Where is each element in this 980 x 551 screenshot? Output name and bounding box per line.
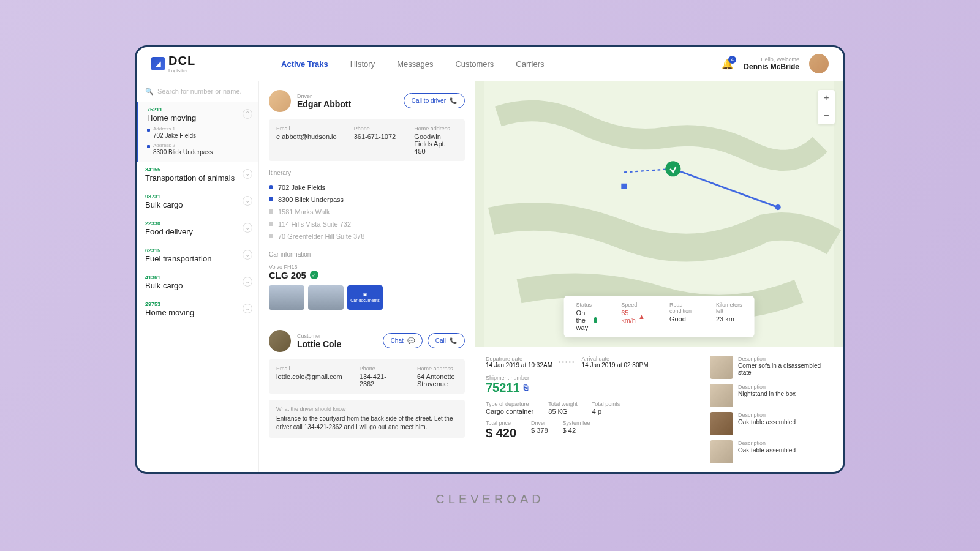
driver-info: Emaile.abbott@hudson.io Phone361-671-107… (269, 119, 465, 161)
header: ◢ DCL Logistics Active Traks History Mes… (137, 47, 843, 81)
document-icon: ▣ (363, 292, 368, 297)
expand-icon[interactable]: ⌄ (243, 223, 252, 233)
item-image (710, 440, 733, 463)
list-item: DescriptionNightstand in the box (710, 384, 832, 407)
car-model: Volvo FH16 (269, 264, 465, 270)
welcome-label: Hello, Welcome (744, 56, 799, 62)
status-dot-icon (594, 317, 597, 323)
driver-avatar (269, 90, 291, 112)
shipment-panel: Depatrure date14 Jan 2019 at 10:32AM •••… (475, 347, 843, 472)
zoom-in-button[interactable]: + (818, 90, 835, 107)
user-area: 🔔4 Hello, Welcome Dennis McBride (722, 54, 829, 73)
track-item[interactable]: 22330Food delivery⌄ (137, 216, 258, 242)
call-customer-button[interactable]: Call📞 (428, 333, 465, 348)
expand-icon[interactable]: ⌄ (243, 196, 252, 206)
bell-icon[interactable]: 🔔4 (722, 58, 734, 70)
nav-carriers[interactable]: Carriers (516, 59, 544, 69)
divider (259, 320, 475, 320)
driver-note: What the driver should know Entrance to … (269, 400, 465, 438)
map-status-card: StatusOn the way Speed65 km/h▲ Road cond… (564, 296, 755, 337)
app-window: ◢ DCL Logistics Active Traks History Mes… (135, 45, 845, 474)
expand-icon[interactable]: ⌄ (243, 277, 252, 287)
expand-icon[interactable]: ⌄ (243, 304, 252, 313)
warning-icon: ▲ (638, 313, 645, 320)
track-item[interactable]: 62315Fuel transportation⌄ (137, 242, 258, 269)
item-image (710, 384, 733, 407)
track-item[interactable]: 98731Bulk cargo⌄ (137, 189, 258, 216)
track-id: 75211 (147, 107, 250, 113)
svg-point-3 (775, 204, 781, 210)
zoom-out-button[interactable]: − (818, 107, 835, 124)
svg-rect-1 (621, 183, 627, 189)
customer-avatar (269, 330, 291, 352)
logo-mark: ◢ (151, 57, 165, 70)
svg-point-2 (665, 161, 680, 176)
dates: Depatrure date14 Jan 2019 at 10:32AM •••… (486, 356, 698, 369)
customer-name: Lottie Cole (297, 339, 341, 349)
driver-header: Driver Edgar Abbott Call to driver📞 (269, 90, 465, 112)
item-image (710, 356, 733, 379)
verified-icon: ✓ (310, 271, 318, 279)
search-icon: 🔍 (145, 88, 154, 96)
address-1: Address 1 702 Jake Fields (147, 126, 250, 139)
brand-name: DCL (168, 54, 195, 67)
itinerary: 702 Jake Fields 8300 Blick Underpass 158… (269, 181, 465, 242)
left-column: Driver Edgar Abbott Call to driver📞 Emai… (259, 81, 475, 472)
detail: Driver Edgar Abbott Call to driver📞 Emai… (259, 81, 843, 472)
chat-icon: 💬 (407, 337, 415, 344)
customer-role: Customer (297, 333, 341, 339)
track-item[interactable]: 29753Home moving⌄ (137, 296, 258, 323)
expand-icon[interactable]: ⌄ (243, 169, 252, 179)
track-item[interactable]: 34155Transportation of animals⌄ (137, 162, 258, 189)
chat-button[interactable]: Chat💬 (383, 333, 423, 348)
avatar[interactable] (809, 54, 829, 73)
list-item: DescriptionCorner sofa in a disassembled… (710, 356, 832, 379)
customer-info: Emaillottie.cole@gmail.com Phone134-421-… (269, 359, 465, 394)
shipment-number: 75211⎘ (486, 381, 698, 395)
phone-icon: 📞 (450, 337, 457, 344)
user-name: Dennis McBride (744, 62, 799, 71)
phone-icon: 📞 (450, 97, 457, 104)
copy-icon[interactable]: ⎘ (524, 383, 528, 392)
driver-name: Edgar Abbott (297, 99, 351, 109)
car-photos: ▣Car documents (269, 285, 465, 310)
items-list: DescriptionCorner sofa in a disassembled… (710, 356, 832, 463)
map[interactable]: + − StatusOn the way Speed65 km/h▲ Road … (475, 81, 843, 347)
sidebar: 🔍 Search for number or name. 75211 Home … (137, 81, 259, 472)
track-item[interactable]: 75211 Home moving Address 1 702 Jake Fie… (137, 102, 258, 162)
customer-header: Customer Lottie Cole Chat💬 Call📞 (269, 330, 465, 352)
nav-customers[interactable]: Customers (455, 59, 494, 69)
car-section-label: Car information (269, 251, 465, 258)
zoom-controls: + − (818, 90, 835, 124)
right-column: + − StatusOn the way Speed65 km/h▲ Road … (475, 81, 843, 472)
address-2: Address 2 8300 Blick Underpass (147, 143, 250, 156)
driver-role: Driver (297, 93, 351, 99)
collapse-icon[interactable]: ⌃ (243, 109, 252, 119)
welcome: Hello, Welcome Dennis McBride (744, 56, 799, 71)
list-item: DescriptionOak table assembled (710, 412, 832, 435)
search-placeholder: Search for number or name. (157, 88, 242, 95)
body: 🔍 Search for number or name. 75211 Home … (137, 81, 843, 472)
nav: Active Traks History Messages Customers … (281, 59, 544, 69)
car-photo[interactable] (269, 285, 304, 310)
itinerary-label: Itinerary (269, 170, 465, 176)
footer-brand: CLEVEROAD (435, 492, 544, 506)
search-input[interactable]: 🔍 Search for number or name. (137, 81, 258, 102)
dots-separator: ••••• (559, 359, 576, 365)
call-driver-button[interactable]: Call to driver📞 (404, 93, 465, 108)
track-title: Home moving (147, 113, 250, 122)
nav-active-traks[interactable]: Active Traks (281, 59, 328, 69)
logo[interactable]: ◢ DCL Logistics (151, 54, 195, 73)
car-documents-button[interactable]: ▣Car documents (347, 285, 383, 310)
nav-history[interactable]: History (350, 59, 375, 69)
car-photo[interactable] (308, 285, 344, 310)
expand-icon[interactable]: ⌄ (243, 250, 252, 260)
nav-messages[interactable]: Messages (397, 59, 433, 69)
car-plate: CLG 205✓ (269, 270, 465, 280)
track-item[interactable]: 41361Bulk cargo⌄ (137, 269, 258, 296)
notif-badge: 4 (728, 56, 736, 64)
brand-sub: Logistics (168, 68, 195, 73)
item-image (710, 412, 733, 435)
list-item: DescriptionOak table assembled (710, 440, 832, 463)
